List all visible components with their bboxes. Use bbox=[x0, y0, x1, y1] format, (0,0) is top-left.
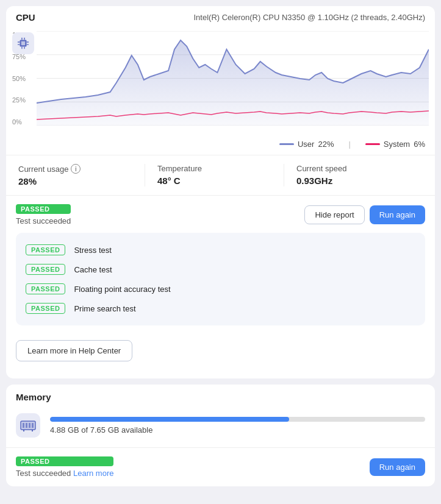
run-again-button[interactable]: Run again bbox=[370, 205, 425, 224]
stat-temperature: Temperature 48° C bbox=[145, 164, 284, 186]
test-row-cache: PASSED Cache test bbox=[26, 260, 415, 279]
legend-system: System 6% bbox=[365, 140, 425, 149]
svg-rect-21 bbox=[32, 430, 33, 431]
memory-svg-icon bbox=[20, 419, 36, 432]
svg-rect-2 bbox=[21, 38, 22, 40]
cpu-section: CPU Intel(R) Celeron(R) CPU N3350 @ 1.10… bbox=[6, 6, 435, 378]
cpu-subtitle: Intel(R) Celeron(R) CPU N3350 @ 1.10GHz … bbox=[193, 13, 425, 22]
stat-current-speed-label: Current speed bbox=[296, 164, 411, 173]
test-row-cache-badge: PASSED bbox=[26, 264, 65, 275]
memory-bar-wrap: 4.88 GB of 7.65 GB available bbox=[50, 417, 425, 435]
svg-rect-16 bbox=[23, 423, 24, 428]
cpu-header: CPU Intel(R) Celeron(R) CPU N3350 @ 1.10… bbox=[6, 6, 435, 26]
test-row-floating-badge: PASSED bbox=[26, 283, 65, 294]
chart-legend: User 22% | System 6% bbox=[6, 136, 435, 155]
svg-rect-7 bbox=[18, 44, 20, 44]
legend-user-value: 22% bbox=[318, 140, 334, 149]
test-row-prime: PASSED Prime search test bbox=[26, 299, 415, 318]
cpu-test-status-badge: PASSED bbox=[16, 204, 71, 214]
current-usage-info-icon[interactable]: i bbox=[71, 164, 81, 174]
stat-current-usage-value: 28% bbox=[18, 176, 132, 186]
stat-temperature-value: 48° C bbox=[157, 176, 271, 186]
legend-user-label: User bbox=[298, 140, 314, 149]
cpu-stats-row: Current usage i 28% Temperature 48° C Cu… bbox=[6, 155, 435, 195]
svg-rect-8 bbox=[27, 41, 29, 42]
system-line-indicator bbox=[365, 143, 380, 145]
memory-test-status-badge: PASSED bbox=[16, 456, 113, 466]
test-row-stress-badge: PASSED bbox=[26, 244, 65, 255]
svg-rect-17 bbox=[26, 423, 27, 428]
memory-bar-track bbox=[50, 417, 425, 422]
memory-title: Memory bbox=[6, 385, 435, 406]
learn-more-button[interactable]: Learn more in Help Center bbox=[16, 340, 132, 361]
memory-test-left: PASSED Test succeeded Learn more bbox=[16, 456, 113, 478]
test-row-prime-badge: PASSED bbox=[26, 303, 65, 314]
svg-rect-20 bbox=[23, 430, 24, 431]
svg-rect-1 bbox=[21, 41, 25, 45]
memory-run-again-button[interactable]: Run again bbox=[370, 458, 425, 476]
stat-temperature-label: Temperature bbox=[157, 164, 271, 173]
memory-bar-row: 4.88 GB of 7.65 GB available bbox=[6, 406, 435, 448]
memory-learn-more-link[interactable]: Learn more bbox=[73, 469, 113, 478]
memory-bar-label: 4.88 GB of 7.65 GB available bbox=[50, 425, 425, 435]
test-row-stress: PASSED Stress test bbox=[26, 240, 415, 260]
cpu-test-buttons: Hide report Run again bbox=[304, 205, 425, 224]
stat-current-usage: Current usage i 28% bbox=[18, 164, 145, 186]
cpu-svg-icon bbox=[16, 37, 30, 50]
memory-test-row: PASSED Test succeeded Learn more Run aga… bbox=[6, 448, 435, 486]
svg-rect-18 bbox=[29, 423, 30, 428]
cpu-test-message: Test succeeded bbox=[16, 216, 71, 225]
test-row-stress-label: Stress test bbox=[74, 246, 111, 255]
test-row-cache-label: Cache test bbox=[74, 265, 112, 274]
cpu-icon bbox=[12, 32, 34, 54]
svg-rect-4 bbox=[21, 47, 22, 49]
legend-system-label: System bbox=[384, 140, 410, 149]
legend-user: User 22% bbox=[279, 140, 334, 149]
cpu-chart-area: 100% 75% 50% 25% 0% bbox=[6, 26, 435, 136]
memory-bar-fill bbox=[50, 417, 289, 422]
test-row-prime-label: Prime search test bbox=[74, 304, 135, 313]
svg-rect-6 bbox=[18, 41, 20, 42]
cpu-test-results-box: PASSED Stress test PASSED Cache test PAS… bbox=[16, 233, 425, 325]
svg-rect-3 bbox=[24, 38, 24, 40]
svg-rect-5 bbox=[24, 47, 24, 49]
svg-rect-9 bbox=[27, 44, 29, 44]
cpu-test-section: PASSED Test succeeded Hide report Run ag… bbox=[6, 195, 435, 378]
cpu-chart-svg bbox=[37, 31, 429, 126]
cpu-test-header-left: PASSED Test succeeded bbox=[16, 204, 71, 225]
memory-test-message: Test succeeded Learn more bbox=[16, 469, 113, 478]
stat-current-usage-label: Current usage i bbox=[18, 164, 132, 174]
hide-report-button[interactable]: Hide report bbox=[304, 205, 364, 224]
legend-system-value: 6% bbox=[414, 140, 425, 149]
stat-current-speed: Current speed 0.93GHz bbox=[284, 164, 423, 186]
memory-icon bbox=[16, 413, 40, 438]
test-row-floating: PASSED Floating point accuracy test bbox=[26, 279, 415, 299]
cpu-test-header: PASSED Test succeeded Hide report Run ag… bbox=[16, 204, 425, 225]
test-row-floating-label: Floating point accuracy test bbox=[74, 285, 170, 294]
memory-section: Memory 4.88 GB of 7.65 GB available PASS… bbox=[6, 385, 435, 486]
user-line-indicator bbox=[279, 143, 294, 145]
stat-current-speed-value: 0.93GHz bbox=[296, 176, 411, 186]
cpu-title: CPU bbox=[16, 12, 35, 23]
svg-rect-19 bbox=[32, 423, 34, 428]
